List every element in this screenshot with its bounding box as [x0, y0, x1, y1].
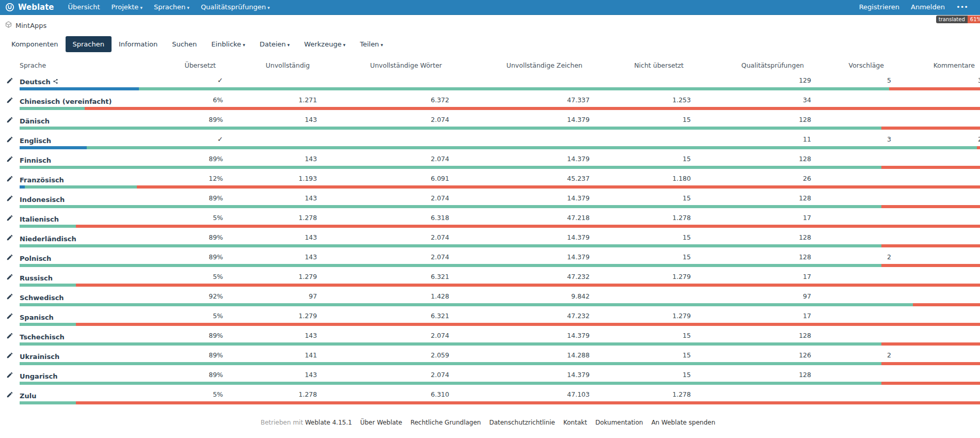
table-row: Polnisch89%1432.07414.379151282: [0, 248, 980, 268]
navbar-item-sprachen[interactable]: Sprachen▾: [148, 0, 195, 15]
column-header-checks[interactable]: Qualitätsprüfungen: [691, 61, 811, 69]
column-header-translated[interactable]: Übersetzt: [149, 61, 223, 69]
progress-segment-translated: [139, 87, 889, 90]
breadcrumb: MintApps: [0, 15, 980, 31]
chevron-down-icon: ▾: [187, 5, 189, 10]
column-header-unfinished[interactable]: Unvollständig: [223, 61, 317, 69]
tab-werkzeuge[interactable]: Werkzeuge▾: [297, 36, 353, 52]
footer-link-kontakt[interactable]: Kontakt: [563, 419, 587, 426]
edit-pencil-icon[interactable]: [6, 351, 13, 361]
edit-pencil-icon[interactable]: [6, 233, 13, 243]
edit-pencil-icon[interactable]: [6, 96, 13, 106]
weblate-version-link[interactable]: Weblate 4.15.1: [305, 419, 352, 426]
language-link[interactable]: Französisch: [20, 176, 64, 184]
table-row: Ungarisch89%1432.07414.37915128: [0, 366, 980, 386]
edit-pencil-icon[interactable]: [6, 76, 13, 86]
progress-segment-failing: [137, 185, 980, 189]
column-header-words[interactable]: Unvollständige Wörter: [317, 61, 449, 69]
column-header-chars[interactable]: Unvollständige Zeichen: [449, 61, 590, 69]
progress-bar: [20, 342, 980, 346]
badge-value: 61%: [968, 15, 980, 23]
progress-segment-translated: [20, 166, 881, 169]
brand-label: Weblate: [18, 3, 54, 12]
tab-teilen[interactable]: Teilen▾: [353, 36, 390, 52]
tab-suchen[interactable]: Suchen: [165, 36, 204, 52]
language-link[interactable]: Ukrainisch: [20, 353, 59, 361]
edit-cell: [6, 116, 20, 131]
navbar-item-anmelden[interactable]: Anmelden: [905, 0, 951, 14]
footer-link-dokumentation[interactable]: Dokumentation: [595, 419, 643, 426]
edit-cell: [6, 273, 20, 288]
weblate-logo-icon: [5, 3, 14, 12]
edit-pencil-icon[interactable]: [6, 292, 13, 302]
language-link[interactable]: Finnisch: [20, 157, 51, 164]
weblate-brand-link[interactable]: Weblate: [5, 3, 54, 12]
edit-pencil-icon[interactable]: [6, 116, 13, 126]
tab-einblicke[interactable]: Einblicke▾: [204, 36, 252, 52]
progress-bar: [20, 225, 980, 228]
edit-pencil-icon[interactable]: [6, 155, 13, 165]
tab-information[interactable]: Information: [112, 36, 165, 52]
progress-segment-failing: [881, 264, 980, 267]
edit-pencil-icon[interactable]: [6, 253, 13, 263]
edit-pencil-icon[interactable]: [6, 214, 13, 224]
footer-link-rechtliche-grundlagen[interactable]: Rechtliche Grundlagen: [410, 419, 481, 426]
edit-pencil-icon[interactable]: [6, 135, 13, 145]
progress-segment-failing: [977, 146, 980, 149]
table-row: Finnisch89%1432.07414.37915128: [0, 150, 980, 170]
column-header-untranslated[interactable]: Nicht übersetzt: [590, 61, 691, 69]
tab-komponenten[interactable]: Komponenten: [4, 36, 66, 52]
navbar-item-item[interactable]: •••: [951, 0, 974, 14]
tab-dateien[interactable]: Dateien▾: [252, 36, 297, 52]
language-link[interactable]: Schwedisch: [20, 294, 64, 302]
chevron-down-icon: ▾: [381, 42, 383, 48]
progress-segment-failing: [881, 127, 980, 130]
progress-segment-approved: [20, 87, 139, 90]
footer-link-ber-weblate[interactable]: Über Weblate: [360, 419, 402, 426]
navbar-item-qualit-tspr-fungen[interactable]: Qualitätsprüfungen▾: [195, 0, 276, 15]
language-link[interactable]: Russisch: [20, 274, 53, 282]
language-link[interactable]: Zulu: [20, 392, 36, 400]
table-row: Russisch5%1.2796.32147.2321.27917: [0, 268, 980, 288]
language-link[interactable]: Niederländisch: [20, 235, 76, 243]
table-row: Englisch✓1132: [0, 131, 980, 150]
edit-pencil-icon[interactable]: [6, 194, 13, 204]
language-link[interactable]: Spanisch: [20, 314, 54, 321]
column-header-sprache[interactable]: Sprache: [20, 61, 149, 69]
language-link[interactable]: Deutsch: [20, 78, 58, 86]
progress-segment-failing: [889, 87, 980, 90]
navbar-item-bersicht[interactable]: Übersicht: [62, 0, 106, 14]
edit-pencil-icon[interactable]: [6, 175, 13, 184]
edit-pencil-icon[interactable]: [6, 371, 13, 381]
progress-bar: [20, 146, 980, 149]
language-link[interactable]: Tschechisch: [20, 333, 65, 341]
language-link[interactable]: Chinesisch (vereinfacht): [20, 98, 112, 105]
language-link[interactable]: Polnisch: [20, 255, 51, 262]
language-link[interactable]: Dänisch: [20, 117, 50, 125]
column-header-comments[interactable]: Kommentare: [891, 61, 980, 69]
footer-link-an-weblate-spenden[interactable]: An Weblate spenden: [651, 419, 715, 426]
language-link[interactable]: Englisch: [20, 137, 51, 145]
progress-segment-failing: [881, 342, 980, 346]
navbar-item-projekte[interactable]: Projekte▾: [106, 0, 148, 15]
language-link[interactable]: Ungarisch: [20, 372, 57, 380]
progress-segment-failing: [881, 362, 980, 365]
edit-cell: [6, 214, 20, 229]
edit-pencil-icon[interactable]: [6, 390, 13, 400]
edit-pencil-icon[interactable]: [6, 332, 13, 341]
edit-pencil-icon[interactable]: [6, 312, 13, 322]
table-row: Ukrainisch89%1412.05914.288151262: [0, 347, 980, 366]
share-icon: [53, 78, 58, 86]
progress-segment-approved: [20, 146, 87, 149]
language-link[interactable]: Italienisch: [20, 215, 59, 223]
edit-pencil-icon[interactable]: [6, 273, 13, 283]
tab-sprachen[interactable]: Sprachen: [66, 36, 112, 52]
navbar-item-registrieren[interactable]: Registrieren: [853, 0, 905, 14]
breadcrumb-project-link[interactable]: MintApps: [15, 22, 46, 29]
column-header-suggestions[interactable]: Vorschläge: [811, 61, 891, 69]
progress-segment-translated: [20, 107, 85, 110]
table-row: Tschechisch89%1432.07414.37915128: [0, 327, 980, 347]
language-link[interactable]: Indonesisch: [20, 196, 65, 204]
footer-link-datenschutzrichtlinie[interactable]: Datenschutzrichtlinie: [489, 419, 555, 426]
progress-segment-approved: [20, 185, 25, 189]
